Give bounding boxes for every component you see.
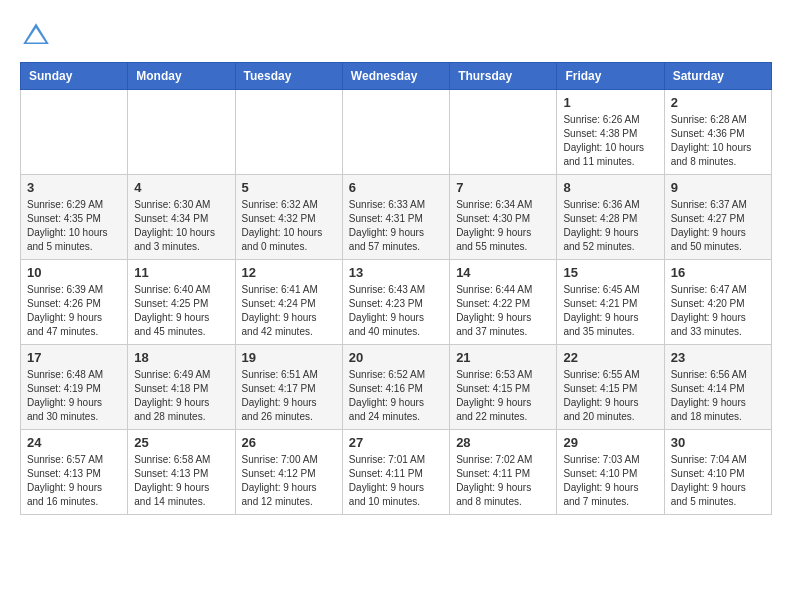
calendar-day-19: 19Sunrise: 6:51 AM Sunset: 4:17 PM Dayli…	[235, 345, 342, 430]
day-info: Sunrise: 7:01 AM Sunset: 4:11 PM Dayligh…	[349, 453, 443, 509]
column-header-saturday: Saturday	[664, 63, 771, 90]
day-number: 25	[134, 435, 228, 450]
calendar-day-16: 16Sunrise: 6:47 AM Sunset: 4:20 PM Dayli…	[664, 260, 771, 345]
calendar-day-25: 25Sunrise: 6:58 AM Sunset: 4:13 PM Dayli…	[128, 430, 235, 515]
day-number: 7	[456, 180, 550, 195]
calendar-day-18: 18Sunrise: 6:49 AM Sunset: 4:18 PM Dayli…	[128, 345, 235, 430]
calendar-day-30: 30Sunrise: 7:04 AM Sunset: 4:10 PM Dayli…	[664, 430, 771, 515]
calendar-body: 1Sunrise: 6:26 AM Sunset: 4:38 PM Daylig…	[21, 90, 772, 515]
calendar-day-26: 26Sunrise: 7:00 AM Sunset: 4:12 PM Dayli…	[235, 430, 342, 515]
calendar-empty-cell	[235, 90, 342, 175]
day-number: 3	[27, 180, 121, 195]
day-number: 16	[671, 265, 765, 280]
calendar-header-row: SundayMondayTuesdayWednesdayThursdayFrid…	[21, 63, 772, 90]
column-header-thursday: Thursday	[450, 63, 557, 90]
calendar-week-5: 24Sunrise: 6:57 AM Sunset: 4:13 PM Dayli…	[21, 430, 772, 515]
day-info: Sunrise: 7:04 AM Sunset: 4:10 PM Dayligh…	[671, 453, 765, 509]
day-number: 6	[349, 180, 443, 195]
day-number: 21	[456, 350, 550, 365]
column-header-sunday: Sunday	[21, 63, 128, 90]
day-number: 26	[242, 435, 336, 450]
day-info: Sunrise: 6:34 AM Sunset: 4:30 PM Dayligh…	[456, 198, 550, 254]
calendar-day-6: 6Sunrise: 6:33 AM Sunset: 4:31 PM Daylig…	[342, 175, 449, 260]
calendar-day-5: 5Sunrise: 6:32 AM Sunset: 4:32 PM Daylig…	[235, 175, 342, 260]
calendar-day-11: 11Sunrise: 6:40 AM Sunset: 4:25 PM Dayli…	[128, 260, 235, 345]
day-number: 30	[671, 435, 765, 450]
calendar-day-1: 1Sunrise: 6:26 AM Sunset: 4:38 PM Daylig…	[557, 90, 664, 175]
calendar-week-3: 10Sunrise: 6:39 AM Sunset: 4:26 PM Dayli…	[21, 260, 772, 345]
calendar-day-8: 8Sunrise: 6:36 AM Sunset: 4:28 PM Daylig…	[557, 175, 664, 260]
calendar-table: SundayMondayTuesdayWednesdayThursdayFrid…	[20, 62, 772, 515]
calendar-week-1: 1Sunrise: 6:26 AM Sunset: 4:38 PM Daylig…	[21, 90, 772, 175]
day-number: 24	[27, 435, 121, 450]
calendar-day-27: 27Sunrise: 7:01 AM Sunset: 4:11 PM Dayli…	[342, 430, 449, 515]
day-info: Sunrise: 6:52 AM Sunset: 4:16 PM Dayligh…	[349, 368, 443, 424]
calendar-empty-cell	[21, 90, 128, 175]
calendar-week-2: 3Sunrise: 6:29 AM Sunset: 4:35 PM Daylig…	[21, 175, 772, 260]
calendar-day-28: 28Sunrise: 7:02 AM Sunset: 4:11 PM Dayli…	[450, 430, 557, 515]
day-info: Sunrise: 6:58 AM Sunset: 4:13 PM Dayligh…	[134, 453, 228, 509]
calendar-day-23: 23Sunrise: 6:56 AM Sunset: 4:14 PM Dayli…	[664, 345, 771, 430]
day-info: Sunrise: 6:29 AM Sunset: 4:35 PM Dayligh…	[27, 198, 121, 254]
day-number: 20	[349, 350, 443, 365]
day-info: Sunrise: 6:47 AM Sunset: 4:20 PM Dayligh…	[671, 283, 765, 339]
day-number: 22	[563, 350, 657, 365]
calendar-empty-cell	[450, 90, 557, 175]
day-number: 14	[456, 265, 550, 280]
calendar-day-9: 9Sunrise: 6:37 AM Sunset: 4:27 PM Daylig…	[664, 175, 771, 260]
day-info: Sunrise: 6:43 AM Sunset: 4:23 PM Dayligh…	[349, 283, 443, 339]
day-info: Sunrise: 6:30 AM Sunset: 4:34 PM Dayligh…	[134, 198, 228, 254]
day-info: Sunrise: 6:53 AM Sunset: 4:15 PM Dayligh…	[456, 368, 550, 424]
day-info: Sunrise: 6:40 AM Sunset: 4:25 PM Dayligh…	[134, 283, 228, 339]
day-number: 5	[242, 180, 336, 195]
day-number: 15	[563, 265, 657, 280]
day-info: Sunrise: 7:03 AM Sunset: 4:10 PM Dayligh…	[563, 453, 657, 509]
day-info: Sunrise: 6:45 AM Sunset: 4:21 PM Dayligh…	[563, 283, 657, 339]
day-info: Sunrise: 7:02 AM Sunset: 4:11 PM Dayligh…	[456, 453, 550, 509]
calendar-day-22: 22Sunrise: 6:55 AM Sunset: 4:15 PM Dayli…	[557, 345, 664, 430]
day-number: 19	[242, 350, 336, 365]
day-info: Sunrise: 6:44 AM Sunset: 4:22 PM Dayligh…	[456, 283, 550, 339]
calendar-empty-cell	[342, 90, 449, 175]
calendar-day-13: 13Sunrise: 6:43 AM Sunset: 4:23 PM Dayli…	[342, 260, 449, 345]
day-info: Sunrise: 6:36 AM Sunset: 4:28 PM Dayligh…	[563, 198, 657, 254]
calendar-day-12: 12Sunrise: 6:41 AM Sunset: 4:24 PM Dayli…	[235, 260, 342, 345]
calendar-empty-cell	[128, 90, 235, 175]
header	[20, 20, 772, 52]
day-number: 4	[134, 180, 228, 195]
day-info: Sunrise: 6:51 AM Sunset: 4:17 PM Dayligh…	[242, 368, 336, 424]
day-number: 11	[134, 265, 228, 280]
calendar-day-4: 4Sunrise: 6:30 AM Sunset: 4:34 PM Daylig…	[128, 175, 235, 260]
day-info: Sunrise: 6:32 AM Sunset: 4:32 PM Dayligh…	[242, 198, 336, 254]
day-info: Sunrise: 6:56 AM Sunset: 4:14 PM Dayligh…	[671, 368, 765, 424]
day-info: Sunrise: 6:37 AM Sunset: 4:27 PM Dayligh…	[671, 198, 765, 254]
day-info: Sunrise: 6:55 AM Sunset: 4:15 PM Dayligh…	[563, 368, 657, 424]
day-number: 18	[134, 350, 228, 365]
calendar-day-7: 7Sunrise: 6:34 AM Sunset: 4:30 PM Daylig…	[450, 175, 557, 260]
column-header-tuesday: Tuesday	[235, 63, 342, 90]
day-number: 23	[671, 350, 765, 365]
day-number: 10	[27, 265, 121, 280]
day-info: Sunrise: 6:41 AM Sunset: 4:24 PM Dayligh…	[242, 283, 336, 339]
calendar-day-20: 20Sunrise: 6:52 AM Sunset: 4:16 PM Dayli…	[342, 345, 449, 430]
calendar-day-24: 24Sunrise: 6:57 AM Sunset: 4:13 PM Dayli…	[21, 430, 128, 515]
day-info: Sunrise: 6:26 AM Sunset: 4:38 PM Dayligh…	[563, 113, 657, 169]
day-number: 13	[349, 265, 443, 280]
calendar-day-10: 10Sunrise: 6:39 AM Sunset: 4:26 PM Dayli…	[21, 260, 128, 345]
day-number: 12	[242, 265, 336, 280]
column-header-friday: Friday	[557, 63, 664, 90]
calendar-day-21: 21Sunrise: 6:53 AM Sunset: 4:15 PM Dayli…	[450, 345, 557, 430]
day-number: 17	[27, 350, 121, 365]
calendar-day-29: 29Sunrise: 7:03 AM Sunset: 4:10 PM Dayli…	[557, 430, 664, 515]
calendar-day-2: 2Sunrise: 6:28 AM Sunset: 4:36 PM Daylig…	[664, 90, 771, 175]
day-info: Sunrise: 6:33 AM Sunset: 4:31 PM Dayligh…	[349, 198, 443, 254]
logo-icon	[20, 20, 52, 52]
calendar-week-4: 17Sunrise: 6:48 AM Sunset: 4:19 PM Dayli…	[21, 345, 772, 430]
day-number: 27	[349, 435, 443, 450]
column-header-wednesday: Wednesday	[342, 63, 449, 90]
logo	[20, 20, 58, 52]
day-info: Sunrise: 6:57 AM Sunset: 4:13 PM Dayligh…	[27, 453, 121, 509]
day-info: Sunrise: 6:39 AM Sunset: 4:26 PM Dayligh…	[27, 283, 121, 339]
day-number: 9	[671, 180, 765, 195]
day-number: 8	[563, 180, 657, 195]
